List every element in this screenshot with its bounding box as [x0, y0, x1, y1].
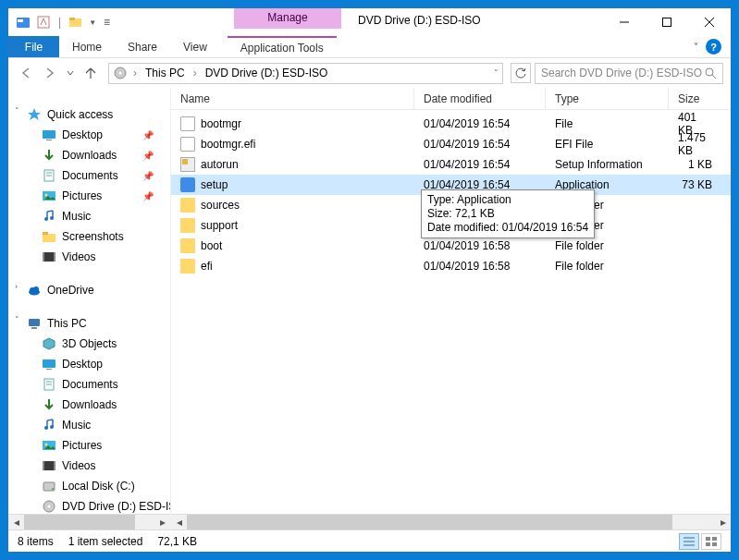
titlebar[interactable]: | ▼ ≡ Manage DVD Drive (D:) ESD-ISO: [8, 8, 731, 36]
twisty-icon[interactable]: ›: [15, 282, 18, 291]
search-icon: [704, 67, 717, 79]
col-size[interactable]: Size: [669, 88, 731, 109]
col-date[interactable]: Date modified: [414, 88, 546, 109]
crumb-sep-icon[interactable]: ›: [191, 67, 199, 79]
file-icon: [180, 116, 195, 131]
back-button[interactable]: [16, 63, 36, 83]
col-type[interactable]: Type: [546, 88, 669, 109]
file-row[interactable]: efi 01/04/2019 16:58 File folder: [171, 256, 731, 276]
tree-item[interactable]: Documents📌: [8, 165, 170, 186]
window-title: DVD Drive (D:) ESD-ISO: [358, 14, 481, 27]
tree-label: Documents: [62, 378, 118, 391]
tree-item[interactable]: Pictures: [8, 435, 170, 456]
tooltip-line: Type: Application: [427, 193, 588, 207]
tree-item[interactable]: Music: [8, 415, 170, 435]
scroll-left-icon[interactable]: ◂: [171, 515, 187, 530]
tree-label: Desktop: [62, 128, 103, 141]
tree-item[interactable]: Music: [8, 206, 170, 226]
minimize-button[interactable]: [603, 8, 646, 36]
svg-rect-31: [31, 327, 37, 329]
tree-label: OneDrive: [47, 284, 94, 297]
down-icon: [42, 148, 56, 163]
tree-item[interactable]: Documents: [8, 374, 170, 395]
scroll-right-icon[interactable]: ▸: [715, 515, 731, 530]
svg-line-12: [712, 75, 716, 79]
file-tab[interactable]: File: [8, 36, 59, 57]
tree-item[interactable]: 3D Objects: [8, 334, 170, 354]
music-icon: [42, 418, 56, 432]
up-button[interactable]: [80, 63, 101, 83]
file-row[interactable]: bootmgr.efi 01/04/2019 16:54 EFI File 1.…: [171, 134, 731, 154]
tab-application-tools[interactable]: Application Tools: [228, 36, 337, 57]
tab-home[interactable]: Home: [59, 36, 115, 57]
tree-item[interactable]: Local Disk (C:): [8, 476, 170, 496]
forward-button[interactable]: [40, 63, 60, 83]
view-details-button[interactable]: [679, 533, 699, 550]
tree-item[interactable]: Downloads📌: [8, 145, 170, 165]
close-button[interactable]: [688, 8, 731, 36]
file-rows[interactable]: bootmgr 01/04/2019 16:54 File 401 KB boo…: [171, 110, 731, 514]
pin-icon: 📌: [142, 151, 154, 161]
address-bar[interactable]: › This PC › DVD Drive (D:) ESD-ISO ˅: [108, 63, 503, 84]
star-icon: [27, 107, 42, 122]
file-type: File: [546, 117, 669, 130]
tree-label: Quick access: [47, 108, 113, 121]
tree-item[interactable]: Videos: [8, 247, 170, 267]
qat-properties-icon[interactable]: [36, 15, 51, 30]
search-box[interactable]: Search DVD Drive (D:) ESD-ISO: [535, 63, 723, 84]
svg-rect-4: [69, 18, 75, 20]
location-dvd-icon: [113, 66, 128, 80]
twisty-icon[interactable]: ˅: [15, 106, 19, 116]
tree-item[interactable]: Desktop: [8, 354, 170, 374]
col-name[interactable]: Name: [171, 88, 414, 109]
file-row[interactable]: bootmgr 01/04/2019 16:54 File 401 KB: [171, 114, 731, 134]
scroll-thumb[interactable]: [24, 515, 135, 530]
file-row[interactable]: autorun 01/04/2019 16:54 Setup Informati…: [171, 154, 731, 175]
file-row[interactable]: boot 01/04/2019 16:58 File folder: [171, 236, 731, 256]
svg-point-29: [33, 286, 39, 292]
tree-label: Videos: [62, 250, 95, 263]
tree-thispc[interactable]: This PC: [8, 313, 170, 334]
qat-overflow-icon[interactable]: ≡: [104, 16, 110, 29]
address-dropdown-icon[interactable]: ˅: [494, 68, 499, 78]
tree-label: Downloads: [62, 149, 117, 162]
scroll-right-icon[interactable]: ▸: [154, 515, 170, 530]
file-date: 01/04/2019 16:58: [414, 260, 546, 273]
tab-share[interactable]: Share: [115, 36, 170, 57]
twisty-icon[interactable]: ˅: [15, 315, 19, 324]
refresh-button[interactable]: [511, 63, 531, 83]
explorer-window: | ▼ ≡ Manage DVD Drive (D:) ESD-ISO File…: [7, 7, 732, 553]
scroll-left-icon[interactable]: ◂: [8, 515, 24, 530]
list-hscrollbar[interactable]: ◂ ▸: [171, 514, 731, 530]
svg-rect-52: [712, 537, 717, 541]
scroll-track[interactable]: [187, 515, 715, 530]
qat-dropdown-icon[interactable]: ▼: [89, 18, 96, 27]
file-name: support: [201, 219, 238, 232]
recent-dropdown[interactable]: [64, 63, 77, 83]
tab-view[interactable]: View: [170, 36, 220, 57]
scroll-track[interactable]: [24, 515, 154, 530]
crumb-thispc[interactable]: This PC: [142, 67, 188, 79]
tree-hscrollbar[interactable]: ◂ ▸: [8, 514, 170, 530]
qat-newfolder-icon[interactable]: [68, 15, 83, 30]
tree-onedrive[interactable]: OneDrive: [8, 280, 170, 300]
tree-label: Pictures: [62, 439, 102, 452]
nav-tree[interactable]: ˅ Quick accessDesktop📌Downloads📌Document…: [8, 88, 171, 530]
tree-item[interactable]: Screenshots: [8, 226, 170, 247]
pic-icon: [42, 189, 56, 203]
view-icons-button[interactable]: [701, 533, 721, 550]
svg-rect-33: [46, 369, 52, 370]
tree-item[interactable]: Pictures📌: [8, 186, 170, 206]
file-size: 1 KB: [669, 158, 731, 171]
tree-quick-access[interactable]: Quick access: [8, 104, 170, 125]
tree-item[interactable]: Downloads: [8, 395, 170, 415]
help-icon[interactable]: ?: [706, 39, 721, 55]
tree-item[interactable]: Videos: [8, 456, 170, 476]
crumb-current[interactable]: DVD Drive (D:) ESD-ISO: [203, 67, 331, 79]
scroll-thumb[interactable]: [187, 515, 672, 530]
ribbon-expand-icon[interactable]: ˅: [694, 42, 698, 52]
status-items: 8 items: [18, 535, 54, 548]
crumb-sep-icon[interactable]: ›: [131, 67, 139, 79]
tree-item[interactable]: Desktop📌: [8, 125, 170, 145]
maximize-button[interactable]: [646, 8, 688, 36]
